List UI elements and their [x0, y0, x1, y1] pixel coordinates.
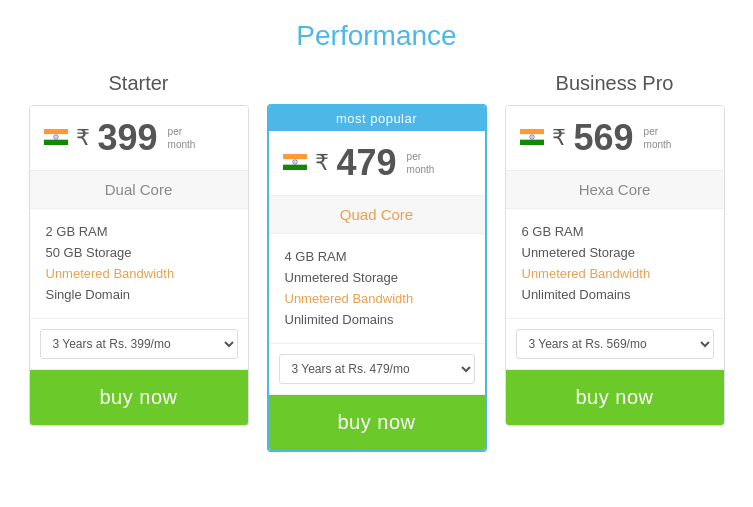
plan-wrapper-performance: most popular ₹479permonthQuad Core4 GB R… — [267, 72, 487, 452]
plan-select-business-pro[interactable]: 3 Years at Rs. 569/mo2 Years at Rs. 619/… — [516, 329, 714, 359]
plan-card-business-pro: ₹569permonthHexa Core6 GB RAMUnmetered S… — [505, 105, 725, 426]
buy-button-performance[interactable]: buy now — [269, 395, 485, 450]
feature-item: Unlimited Domains — [522, 284, 708, 305]
plan-select-performance[interactable]: 3 Years at Rs. 479/mo2 Years at Rs. 529/… — [279, 354, 475, 384]
features-section-business-pro: 6 GB RAMUnmetered StorageUnmetered Bandw… — [506, 209, 724, 319]
plan-name-business-pro: Business Pro — [556, 72, 674, 95]
dropdown-section-business-pro: 3 Years at Rs. 569/mo2 Years at Rs. 619/… — [506, 319, 724, 370]
india-flag-business-pro — [520, 128, 544, 148]
feature-item: Unmetered Bandwidth — [522, 263, 708, 284]
svg-point-14 — [531, 137, 532, 138]
feature-item: Unlimited Domains — [285, 309, 469, 330]
plan-wrapper-starter: Starter ₹399permonthDual Core2 GB RAM50 … — [29, 72, 249, 426]
price-period-performance: permonth — [407, 150, 435, 176]
feature-item: 6 GB RAM — [522, 221, 708, 242]
price-section-performance: ₹479permonth — [269, 131, 485, 196]
svg-rect-7 — [283, 165, 307, 170]
rupee-symbol-starter: ₹ — [76, 125, 90, 151]
price-amount-starter: 399 — [98, 120, 158, 156]
svg-rect-10 — [520, 129, 544, 134]
svg-rect-0 — [44, 129, 68, 134]
plan-card-performance: most popular ₹479permonthQuad Core4 GB R… — [267, 104, 487, 452]
price-amount-performance: 479 — [337, 145, 397, 181]
india-flag-performance — [283, 153, 307, 173]
svg-rect-12 — [520, 140, 544, 145]
core-section-starter: Dual Core — [30, 171, 248, 209]
plan-wrapper-business-pro: Business Pro ₹569permonthHexa Core6 GB R… — [505, 72, 725, 426]
svg-rect-5 — [283, 154, 307, 159]
price-section-starter: ₹399permonth — [30, 106, 248, 171]
features-section-starter: 2 GB RAM50 GB StorageUnmetered Bandwidth… — [30, 209, 248, 319]
buy-button-starter[interactable]: buy now — [30, 370, 248, 425]
rupee-symbol-business-pro: ₹ — [552, 125, 566, 151]
price-period-business-pro: permonth — [644, 125, 672, 151]
svg-point-4 — [55, 137, 56, 138]
core-section-performance: Quad Core — [269, 196, 485, 234]
buy-button-business-pro[interactable]: buy now — [506, 370, 724, 425]
price-amount-business-pro: 569 — [574, 120, 634, 156]
feature-item: 2 GB RAM — [46, 221, 232, 242]
plan-card-starter: ₹399permonthDual Core2 GB RAM50 GB Stora… — [29, 105, 249, 426]
dropdown-section-performance: 3 Years at Rs. 479/mo2 Years at Rs. 529/… — [269, 344, 485, 395]
feature-item: 50 GB Storage — [46, 242, 232, 263]
plan-name-starter: Starter — [108, 72, 168, 95]
core-section-business-pro: Hexa Core — [506, 171, 724, 209]
page-title: Performance — [296, 20, 456, 52]
plan-select-starter[interactable]: 3 Years at Rs. 399/mo2 Years at Rs. 449/… — [40, 329, 238, 359]
most-popular-badge: most popular — [269, 106, 485, 131]
svg-point-9 — [294, 162, 295, 163]
features-section-performance: 4 GB RAMUnmetered StorageUnmetered Bandw… — [269, 234, 485, 344]
rupee-symbol-performance: ₹ — [315, 150, 329, 176]
price-period-starter: permonth — [168, 125, 196, 151]
feature-item: Unmetered Bandwidth — [285, 288, 469, 309]
plans-container: Starter ₹399permonthDual Core2 GB RAM50 … — [10, 72, 743, 452]
price-section-business-pro: ₹569permonth — [506, 106, 724, 171]
feature-item: Unmetered Bandwidth — [46, 263, 232, 284]
dropdown-section-starter: 3 Years at Rs. 399/mo2 Years at Rs. 449/… — [30, 319, 248, 370]
feature-item: Unmetered Storage — [522, 242, 708, 263]
feature-item: Unmetered Storage — [285, 267, 469, 288]
svg-rect-2 — [44, 140, 68, 145]
india-flag-starter — [44, 128, 68, 148]
feature-item: Single Domain — [46, 284, 232, 305]
feature-item: 4 GB RAM — [285, 246, 469, 267]
